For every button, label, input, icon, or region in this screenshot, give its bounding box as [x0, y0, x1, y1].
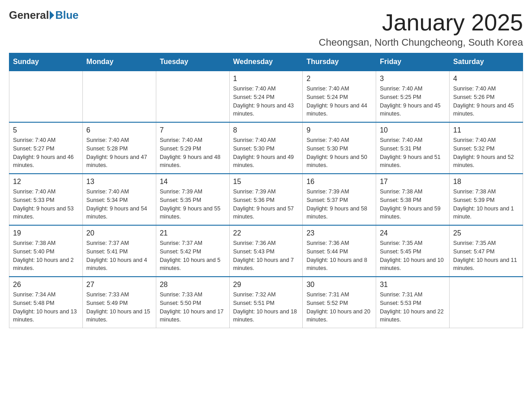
calendar-cell-1-6: 3Sunrise: 7:40 AM Sunset: 5:25 PM Daylig… [376, 71, 450, 122]
calendar-week-row-3: 12Sunrise: 7:40 AM Sunset: 5:33 PM Dayli… [9, 174, 523, 225]
calendar-cell-4-3: 21Sunrise: 7:37 AM Sunset: 5:42 PM Dayli… [156, 225, 229, 277]
day-number: 26 [13, 281, 79, 289]
day-number: 4 [453, 75, 519, 83]
day-info: Sunrise: 7:40 AM Sunset: 5:34 PM Dayligh… [86, 188, 152, 221]
day-info: Sunrise: 7:33 AM Sunset: 5:50 PM Dayligh… [160, 291, 226, 324]
day-number: 24 [380, 229, 446, 237]
calendar-header-friday: Friday [376, 53, 450, 71]
calendar-cell-1-5: 2Sunrise: 7:40 AM Sunset: 5:24 PM Daylig… [303, 71, 376, 122]
logo-arrow-icon [50, 11, 54, 20]
calendar-cell-3-1: 12Sunrise: 7:40 AM Sunset: 5:33 PM Dayli… [9, 174, 83, 225]
calendar-header-wednesday: Wednesday [229, 53, 303, 71]
day-info: Sunrise: 7:40 AM Sunset: 5:29 PM Dayligh… [160, 136, 226, 170]
day-info: Sunrise: 7:37 AM Sunset: 5:42 PM Dayligh… [160, 239, 226, 273]
logo-blue-text: Blue [55, 9, 78, 21]
day-number: 13 [86, 178, 152, 186]
day-info: Sunrise: 7:36 AM Sunset: 5:43 PM Dayligh… [233, 239, 299, 273]
day-number: 17 [380, 178, 446, 186]
calendar-cell-5-2: 27Sunrise: 7:33 AM Sunset: 5:49 PM Dayli… [82, 277, 156, 328]
calendar-cell-1-1 [9, 71, 83, 122]
day-info: Sunrise: 7:35 AM Sunset: 5:47 PM Dayligh… [453, 239, 519, 273]
calendar-cell-4-5: 23Sunrise: 7:36 AM Sunset: 5:44 PM Dayli… [303, 225, 376, 277]
day-number: 6 [86, 126, 152, 134]
calendar-cell-1-3 [156, 71, 229, 122]
day-info: Sunrise: 7:40 AM Sunset: 5:30 PM Dayligh… [233, 136, 299, 170]
day-info: Sunrise: 7:32 AM Sunset: 5:51 PM Dayligh… [233, 291, 299, 324]
calendar-cell-2-2: 6Sunrise: 7:40 AM Sunset: 5:28 PM Daylig… [82, 122, 156, 174]
day-number: 3 [380, 75, 446, 83]
day-info: Sunrise: 7:31 AM Sunset: 5:53 PM Dayligh… [380, 291, 446, 324]
day-number: 31 [380, 281, 446, 289]
day-number: 23 [306, 229, 372, 237]
day-number: 7 [160, 126, 226, 134]
day-info: Sunrise: 7:39 AM Sunset: 5:37 PM Dayligh… [306, 188, 372, 221]
calendar-subtitle: Cheongsan, North Chungcheong, South Kore… [319, 37, 523, 48]
day-number: 25 [453, 229, 519, 237]
day-number: 1 [233, 75, 299, 83]
calendar-cell-1-7: 4Sunrise: 7:40 AM Sunset: 5:26 PM Daylig… [450, 71, 523, 122]
calendar-cell-5-3: 28Sunrise: 7:33 AM Sunset: 5:50 PM Dayli… [156, 277, 229, 328]
calendar-cell-4-7: 25Sunrise: 7:35 AM Sunset: 5:47 PM Dayli… [450, 225, 523, 277]
day-number: 22 [233, 229, 299, 237]
day-number: 11 [453, 126, 519, 134]
day-number: 30 [306, 281, 372, 289]
calendar-week-row-1: 1Sunrise: 7:40 AM Sunset: 5:24 PM Daylig… [9, 71, 523, 122]
day-info: Sunrise: 7:40 AM Sunset: 5:24 PM Dayligh… [306, 85, 372, 118]
calendar-cell-3-2: 13Sunrise: 7:40 AM Sunset: 5:34 PM Dayli… [82, 174, 156, 225]
day-info: Sunrise: 7:34 AM Sunset: 5:48 PM Dayligh… [13, 291, 79, 324]
day-number: 2 [306, 75, 372, 83]
day-info: Sunrise: 7:38 AM Sunset: 5:38 PM Dayligh… [380, 188, 446, 221]
calendar-cell-1-2 [82, 71, 156, 122]
day-number: 19 [13, 229, 79, 237]
day-info: Sunrise: 7:40 AM Sunset: 5:26 PM Dayligh… [453, 85, 519, 118]
day-info: Sunrise: 7:33 AM Sunset: 5:49 PM Dayligh… [86, 291, 152, 324]
calendar-cell-3-7: 18Sunrise: 7:38 AM Sunset: 5:39 PM Dayli… [450, 174, 523, 225]
calendar-week-row-5: 26Sunrise: 7:34 AM Sunset: 5:48 PM Dayli… [9, 277, 523, 328]
calendar-cell-5-1: 26Sunrise: 7:34 AM Sunset: 5:48 PM Dayli… [9, 277, 83, 328]
calendar-cell-5-5: 30Sunrise: 7:31 AM Sunset: 5:52 PM Dayli… [303, 277, 376, 328]
day-info: Sunrise: 7:38 AM Sunset: 5:39 PM Dayligh… [453, 188, 519, 221]
day-number: 14 [160, 178, 226, 186]
calendar-cell-4-4: 22Sunrise: 7:36 AM Sunset: 5:43 PM Dayli… [229, 225, 303, 277]
calendar-cell-2-7: 11Sunrise: 7:40 AM Sunset: 5:32 PM Dayli… [450, 122, 523, 174]
calendar-cell-4-2: 20Sunrise: 7:37 AM Sunset: 5:41 PM Dayli… [82, 225, 156, 277]
page-header: General Blue January 2025 Cheongsan, Nor… [9, 9, 523, 48]
day-number: 15 [233, 178, 299, 186]
calendar-week-row-2: 5Sunrise: 7:40 AM Sunset: 5:27 PM Daylig… [9, 122, 523, 174]
day-number: 8 [233, 126, 299, 134]
calendar-header-sunday: Sunday [9, 53, 83, 71]
calendar-title: January 2025 [319, 9, 523, 36]
calendar-cell-3-6: 17Sunrise: 7:38 AM Sunset: 5:38 PM Dayli… [376, 174, 450, 225]
calendar-cell-3-4: 15Sunrise: 7:39 AM Sunset: 5:36 PM Dayli… [229, 174, 303, 225]
day-number: 12 [13, 178, 79, 186]
calendar-cell-4-1: 19Sunrise: 7:38 AM Sunset: 5:40 PM Dayli… [9, 225, 83, 277]
day-number: 29 [233, 281, 299, 289]
logo-general-text: General [9, 9, 49, 21]
day-info: Sunrise: 7:36 AM Sunset: 5:44 PM Dayligh… [306, 239, 372, 273]
day-number: 10 [380, 126, 446, 134]
day-info: Sunrise: 7:31 AM Sunset: 5:52 PM Dayligh… [306, 291, 372, 324]
day-info: Sunrise: 7:40 AM Sunset: 5:28 PM Dayligh… [86, 136, 152, 170]
calendar-cell-3-3: 14Sunrise: 7:39 AM Sunset: 5:35 PM Dayli… [156, 174, 229, 225]
logo: General Blue [9, 9, 78, 21]
day-number: 16 [306, 178, 372, 186]
calendar-cell-2-1: 5Sunrise: 7:40 AM Sunset: 5:27 PM Daylig… [9, 122, 83, 174]
day-info: Sunrise: 7:39 AM Sunset: 5:36 PM Dayligh… [233, 188, 299, 221]
day-info: Sunrise: 7:40 AM Sunset: 5:27 PM Dayligh… [13, 136, 79, 170]
day-info: Sunrise: 7:40 AM Sunset: 5:32 PM Dayligh… [453, 136, 519, 170]
calendar-week-row-4: 19Sunrise: 7:38 AM Sunset: 5:40 PM Dayli… [9, 225, 523, 277]
day-number: 21 [160, 229, 226, 237]
calendar-cell-2-5: 9Sunrise: 7:40 AM Sunset: 5:30 PM Daylig… [303, 122, 376, 174]
calendar-cell-5-4: 29Sunrise: 7:32 AM Sunset: 5:51 PM Dayli… [229, 277, 303, 328]
calendar-header-tuesday: Tuesday [156, 53, 229, 71]
calendar-table: SundayMondayTuesdayWednesdayThursdayFrid… [9, 53, 523, 328]
day-info: Sunrise: 7:38 AM Sunset: 5:40 PM Dayligh… [13, 239, 79, 273]
calendar-cell-1-4: 1Sunrise: 7:40 AM Sunset: 5:24 PM Daylig… [229, 71, 303, 122]
day-number: 20 [86, 229, 152, 237]
calendar-header-saturday: Saturday [450, 53, 523, 71]
day-number: 9 [306, 126, 372, 134]
day-info: Sunrise: 7:40 AM Sunset: 5:33 PM Dayligh… [13, 188, 79, 221]
calendar-cell-2-3: 7Sunrise: 7:40 AM Sunset: 5:29 PM Daylig… [156, 122, 229, 174]
calendar-header-thursday: Thursday [303, 53, 376, 71]
calendar-cell-3-5: 16Sunrise: 7:39 AM Sunset: 5:37 PM Dayli… [303, 174, 376, 225]
